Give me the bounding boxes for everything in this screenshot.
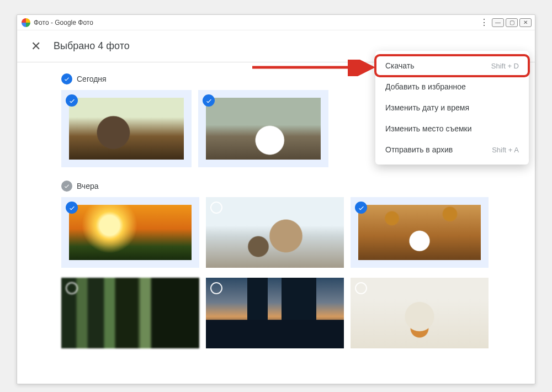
photo-thumbnail[interactable] [351, 197, 489, 268]
menu-item-label: Скачать [385, 61, 415, 70]
photo-thumbnail[interactable] [198, 90, 328, 167]
minimize-button[interactable]: — [492, 18, 504, 27]
unselected-circle-icon[interactable] [210, 202, 222, 214]
photo-row [61, 197, 502, 268]
window-controls: — ▢ ✕ [492, 18, 532, 27]
menu-item-label: Отправить в архив [385, 145, 453, 154]
photo-thumbnail[interactable] [351, 278, 489, 348]
google-photos-logo-icon [22, 18, 30, 27]
menu-item-archive[interactable]: Отправить в архив Shift + A [375, 139, 529, 160]
menu-item-label: Изменить место съемки [385, 124, 472, 133]
window-title: Фото - Google Фото [34, 19, 479, 27]
photo-thumbnail[interactable] [206, 278, 344, 348]
date-group-yesterday[interactable]: Вчера [61, 177, 502, 197]
maximize-button[interactable]: ▢ [506, 18, 518, 27]
selected-check-icon[interactable] [203, 94, 215, 107]
menu-item-download[interactable]: Скачать Shift + D [375, 55, 529, 76]
menu-item-favorite[interactable]: Добавить в избранное [375, 76, 529, 97]
selection-count-label: Выбрано 4 фото [54, 40, 130, 52]
menu-item-edit-datetime[interactable]: Изменить дату и время [375, 97, 529, 118]
menu-item-edit-location[interactable]: Изменить место съемки [375, 118, 529, 139]
title-bar: Фото - Google Фото ⋮ — ▢ ✕ [17, 15, 535, 30]
photo-thumbnail[interactable] [206, 197, 344, 268]
date-group-label: Вчера [77, 182, 99, 190]
date-group-label: Сегодня [77, 75, 107, 83]
selected-check-icon[interactable] [355, 202, 367, 214]
photo-thumbnail[interactable] [61, 197, 199, 268]
unselected-circle-icon[interactable] [66, 282, 78, 294]
selected-check-icon[interactable] [66, 94, 78, 107]
checkmark-icon[interactable] [61, 181, 72, 192]
menu-item-shortcut: Shift + A [492, 146, 519, 154]
context-menu: Скачать Shift + D Добавить в избранное И… [375, 51, 529, 165]
checkmark-icon[interactable] [61, 73, 72, 84]
menu-item-shortcut: Shift + D [491, 62, 519, 70]
app-overflow-menu-button[interactable]: ⋮ [479, 17, 490, 28]
photo-row [61, 278, 502, 348]
close-window-button[interactable]: ✕ [519, 18, 532, 27]
photo-thumbnail[interactable] [61, 278, 199, 348]
unselected-circle-icon[interactable] [355, 282, 367, 294]
menu-item-label: Изменить дату и время [385, 103, 469, 112]
photo-thumbnail[interactable] [61, 90, 192, 167]
menu-item-label: Добавить в избранное [385, 82, 466, 91]
selected-check-icon[interactable] [66, 202, 78, 214]
unselected-circle-icon[interactable] [210, 282, 222, 294]
clear-selection-button[interactable]: ✕ [28, 39, 44, 54]
